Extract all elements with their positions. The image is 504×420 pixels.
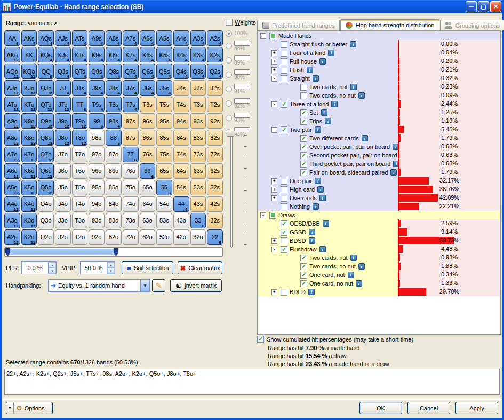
- expand-icon[interactable]: +: [271, 67, 277, 73]
- hand-cell[interactable]: 996: [89, 113, 105, 129]
- hand-cell[interactable]: T7s4: [123, 97, 139, 112]
- hand-cell[interactable]: A7s4: [123, 30, 139, 46]
- hand-cell[interactable]: Q8s4: [106, 64, 122, 79]
- info-icon[interactable]: i: [308, 289, 315, 295]
- tree-checkbox[interactable]: ✓: [300, 161, 307, 168]
- hand-cell[interactable]: 54s: [173, 180, 189, 195]
- hand-cell[interactable]: 83o: [106, 213, 122, 228]
- hand-cell[interactable]: A3o12: [4, 213, 20, 228]
- tab-predefined-hand-ranges[interactable]: Predefined hand ranges: [257, 20, 340, 30]
- weight-radio[interactable]: [226, 72, 232, 78]
- tab-flop-hand-strength-distribution[interactable]: Flop hand strength distribution: [340, 19, 439, 30]
- hand-cell[interactable]: Q4o: [38, 196, 54, 212]
- hand-cell[interactable]: AJs4: [55, 30, 71, 46]
- info-icon[interactable]: i: [323, 220, 329, 227]
- tree-checkbox[interactable]: ✓: [281, 220, 287, 227]
- tree-row[interactable]: ✓Second pocket pair, pair on boardi0.63%: [258, 151, 500, 160]
- hand-cell[interactable]: J3o: [55, 213, 71, 228]
- tree-checkbox[interactable]: ✓: [300, 169, 307, 176]
- hand-cell[interactable]: A5o12: [4, 180, 20, 195]
- spin-down-icon[interactable]: ▼: [107, 268, 115, 274]
- hand-cell[interactable]: 72s: [207, 147, 223, 162]
- hand-cell[interactable]: AKo12: [4, 47, 20, 62]
- minimize-button[interactable]: ─: [466, 1, 477, 12]
- hand-cell[interactable]: A3s4: [190, 30, 206, 46]
- expand-icon[interactable]: +: [271, 238, 277, 244]
- tree-row[interactable]: -Made Hands: [258, 31, 500, 40]
- info-icon[interactable]: i: [356, 280, 362, 287]
- invert-matrix-button[interactable]: ☯ Invert matrix: [170, 279, 222, 292]
- tree-checkbox[interactable]: ✓: [300, 109, 307, 116]
- info-icon[interactable]: i: [350, 84, 357, 90]
- weight-radio[interactable]: [226, 30, 232, 37]
- tree-checkbox[interactable]: ✓: [300, 152, 307, 159]
- hand-cell[interactable]: T4o: [72, 196, 88, 212]
- info-icon[interactable]: i: [317, 186, 324, 193]
- hand-cell[interactable]: J9o12: [55, 113, 71, 129]
- hand-cell[interactable]: Q8o12: [38, 130, 54, 145]
- tree-row[interactable]: Nothingi22.21%: [258, 202, 500, 211]
- hand-cell[interactable]: T3o: [72, 213, 88, 228]
- hand-cell[interactable]: 42s: [207, 196, 223, 212]
- tree-checkbox[interactable]: [281, 186, 287, 193]
- clear-matrix-button[interactable]: ✖ Clear matrix: [178, 261, 222, 274]
- hand-cell[interactable]: 97s: [123, 113, 139, 129]
- hand-cell[interactable]: 556: [156, 180, 172, 195]
- hand-cell[interactable]: QJo12: [38, 80, 54, 96]
- info-icon[interactable]: i: [328, 50, 334, 56]
- hand-cell[interactable]: 98o: [89, 130, 105, 145]
- hand-cell[interactable]: T6s: [140, 97, 156, 112]
- hand-cell[interactable]: 63o: [140, 213, 156, 228]
- hand-cell[interactable]: AKs4: [21, 30, 37, 46]
- hand-cell[interactable]: J9s4: [89, 80, 105, 96]
- hand-cell[interactable]: 73o: [123, 213, 139, 228]
- hand-cell[interactable]: 43o: [173, 213, 189, 228]
- hand-cell[interactable]: 83s: [190, 130, 206, 145]
- expand-icon[interactable]: +: [271, 195, 277, 201]
- hand-cell[interactable]: K7o12: [21, 147, 37, 162]
- handranking-dropdown[interactable]: ➔ Equity vs. 1 random hand ▼: [48, 279, 150, 292]
- tree-checkbox[interactable]: ✓: [300, 255, 307, 261]
- hand-cell[interactable]: K2o12: [21, 229, 37, 245]
- hand-cell[interactable]: A8o12: [4, 130, 20, 145]
- weight-radio[interactable]: [226, 86, 232, 92]
- tree-row[interactable]: Two cards, nuti0.23%: [258, 83, 500, 91]
- tree-row[interactable]: +BDSDi59.73%: [258, 236, 500, 245]
- hand-cell[interactable]: 93o: [89, 213, 105, 228]
- tree-row[interactable]: ✓Two different cardsi1.79%: [258, 134, 500, 142]
- hand-cell[interactable]: Q4s4: [173, 64, 189, 79]
- info-icon[interactable]: i: [350, 41, 356, 47]
- info-icon[interactable]: i: [307, 67, 313, 73]
- hand-cell[interactable]: KQs4: [38, 47, 54, 62]
- tree-row[interactable]: +Overcardsi42.09%: [258, 194, 500, 202]
- tree-checkbox[interactable]: [269, 212, 276, 219]
- hand-cell[interactable]: 53o: [156, 213, 172, 228]
- suit-selection-button[interactable]: ●● Suit selection: [122, 261, 173, 274]
- info-icon[interactable]: i: [393, 144, 398, 150]
- tree-checkbox[interactable]: ✓: [300, 280, 307, 287]
- tree-row[interactable]: ✓One card, nuti0.34%: [258, 271, 500, 279]
- hand-cell[interactable]: Q2s4: [207, 64, 223, 79]
- expand-icon[interactable]: +: [271, 289, 277, 295]
- expand-icon[interactable]: +: [271, 187, 277, 193]
- hand-cell[interactable]: K7s4: [123, 47, 139, 62]
- tree-row[interactable]: +Flushi0.21%: [258, 66, 500, 74]
- hand-cell[interactable]: 53s: [190, 180, 206, 195]
- collapse-icon[interactable]: -: [260, 33, 266, 39]
- spin-up-icon[interactable]: ▲: [49, 262, 56, 268]
- hand-cell[interactable]: J4s: [173, 80, 189, 96]
- hand-cell[interactable]: KTo12: [21, 97, 37, 112]
- tree-row[interactable]: +BDFDi29.70%: [258, 288, 500, 296]
- hand-cell[interactable]: 96o: [89, 163, 105, 179]
- hand-cell[interactable]: J8s4: [106, 80, 122, 96]
- weight-radio[interactable]: [226, 100, 232, 107]
- hand-cell[interactable]: 72o: [123, 229, 139, 245]
- hand-cell[interactable]: J2o: [55, 229, 71, 245]
- tree-checkbox[interactable]: ✓: [281, 101, 287, 108]
- info-icon[interactable]: i: [315, 126, 321, 133]
- hand-cell[interactable]: T3s: [190, 97, 206, 112]
- hand-cell[interactable]: A8s4: [106, 30, 122, 46]
- hand-cell[interactable]: 93s: [190, 113, 206, 129]
- hand-cell[interactable]: T9o12: [72, 113, 88, 129]
- hand-cell[interactable]: QJs4: [55, 64, 71, 79]
